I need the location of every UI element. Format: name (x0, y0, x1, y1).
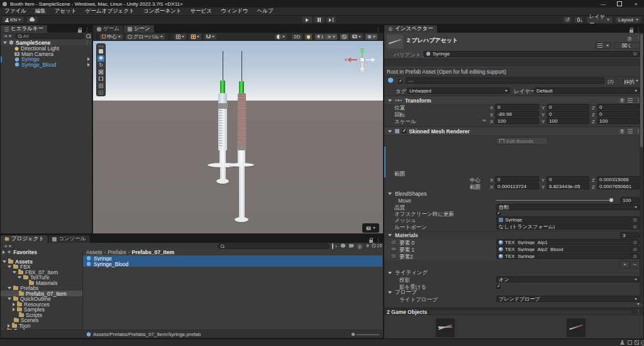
scale-y-field[interactable]: 100 (547, 118, 589, 124)
prefab-open-arrow-icon[interactable] (87, 63, 90, 67)
tab-hierarchy[interactable]: ヒエラルキー (1, 25, 47, 33)
drag-handle-icon[interactable] (392, 241, 396, 243)
smr-enabled-checkbox[interactable] (402, 129, 406, 133)
2d-toggle[interactable]: 2D (291, 33, 303, 40)
help-button[interactable]: ? (627, 35, 632, 42)
move-value-field[interactable]: 100 (620, 197, 640, 203)
inspector-scrollbar[interactable] (640, 33, 643, 303)
position-x-field[interactable]: 0 (495, 104, 539, 110)
play-button[interactable] (302, 16, 313, 23)
material-field[interactable]: TEX_Syringe_Alp2_Blood⊙ (496, 246, 640, 252)
cast-shadows-dropdown[interactable]: オン (496, 276, 640, 282)
foldout-open-icon[interactable] (388, 130, 392, 133)
menu-assets[interactable]: アセット (50, 8, 81, 15)
scale-tool-button[interactable] (97, 69, 104, 75)
bake-status-icon[interactable] (620, 340, 625, 345)
position-z-field[interactable]: 0 (597, 104, 640, 110)
drag-divider[interactable] (431, 311, 632, 313)
hidden-count-button[interactable]: 15 (372, 243, 382, 248)
breadcrumb-prefabs[interactable]: Prefabs (108, 249, 126, 255)
rect-tool-button[interactable] (97, 75, 104, 82)
rotation-y-field[interactable]: 0 (547, 111, 589, 117)
object-picker-icon[interactable]: ⊙ (633, 254, 637, 259)
material-field[interactable]: TEX_Syringe⊙ (496, 253, 640, 259)
remove-material-button[interactable]: − (630, 261, 640, 268)
edit-bounds-button[interactable]: Edit Bounds (496, 137, 548, 145)
breadcrumb-assets[interactable]: Assets (86, 249, 103, 255)
prefab-open-arrow-icon[interactable] (87, 57, 90, 61)
audio-toggle[interactable] (314, 33, 325, 40)
move-tool-button[interactable]: ✥ (97, 55, 104, 62)
foldout-open-icon[interactable] (388, 99, 392, 102)
object-picker-icon[interactable]: ⊙ (633, 51, 637, 57)
object-picker-icon[interactable]: ⊙ (633, 217, 637, 223)
lighting-foldout[interactable]: ライティング (384, 270, 643, 276)
object-picker-icon[interactable]: ⊙ (633, 240, 637, 245)
light-probes-dropdown[interactable]: ブレンドプローブ (496, 296, 640, 302)
lock-icon[interactable] (630, 30, 633, 33)
preview-thumb-syringe-blood[interactable] (567, 318, 586, 337)
overlay-handle[interactable] (98, 45, 104, 47)
mesh-field[interactable]: Syringe⊙ (496, 216, 640, 223)
select-dropdown-button[interactable] (595, 42, 611, 49)
import-status-icon[interactable] (635, 340, 639, 345)
tag-dropdown[interactable]: Untagged (407, 87, 510, 94)
orientation-gizmo[interactable]: y x (345, 46, 379, 77)
create-asset-button[interactable]: + (2, 243, 14, 249)
tab-project[interactable]: プロジェクト (1, 235, 48, 243)
favorites-star-icon[interactable]: ★ (365, 243, 370, 248)
maximize-button[interactable] (611, 0, 628, 8)
tab-scene[interactable]: シーン (124, 25, 154, 33)
info-icon[interactable]: i (357, 243, 362, 250)
smr-header[interactable]: Skinned Mesh Renderer ?⋮ (384, 126, 643, 136)
menu-gameobject[interactable]: ゲームオブジェクト (81, 8, 139, 15)
position-y-field[interactable]: 0 (547, 104, 589, 110)
center-y-field[interactable]: 0 (547, 176, 589, 182)
static-dropdown-icon[interactable] (636, 80, 638, 82)
scene-row[interactable]: SampleScene ⋮ (1, 40, 92, 45)
help-icon[interactable]: ? (619, 129, 625, 134)
variant-parent-field[interactable]: Syringe⊙ (423, 51, 640, 57)
menu-help[interactable]: ヘルプ (253, 8, 278, 15)
extent-x-field[interactable]: 0.000113724 (495, 183, 539, 189)
gameobject-name-field[interactable]: — (406, 77, 604, 84)
custom-tool-button[interactable] (97, 89, 104, 96)
center-x-field[interactable]: 0 (495, 176, 539, 182)
file-row-syringe-blood[interactable]: Syringe_Blood (83, 261, 382, 267)
view-tool-button[interactable] (97, 48, 104, 55)
hierarchy-search-input[interactable]: All (15, 33, 85, 39)
close-button[interactable]: × (628, 0, 644, 8)
blendshapes-foldout[interactable]: BlendShapes (384, 191, 643, 197)
hierarchy-item-syringe-blood[interactable]: Syringe_Blood (1, 62, 92, 67)
menu-services[interactable]: サービス (186, 8, 216, 15)
move-slider-track[interactable] (496, 200, 613, 201)
scroll-down-icon[interactable] (637, 303, 640, 305)
drag-handle-icon[interactable] (392, 255, 396, 257)
gizmo-center-cube[interactable] (360, 57, 365, 62)
lock-icon[interactable] (78, 30, 82, 33)
menu-component[interactable]: コンポーネント (139, 8, 186, 15)
preview-thumb-syringe[interactable] (436, 318, 455, 337)
gizmos-dropdown[interactable]: ⊕ (365, 33, 378, 40)
extent-y-field[interactable]: 6.823443e-05 (547, 183, 589, 189)
camera-settings-dropdown[interactable] (350, 33, 364, 40)
extent-z-field[interactable]: 0.0007650661 (597, 183, 640, 189)
transform-tool-button[interactable] (97, 82, 104, 89)
help-icon[interactable]: ? (619, 98, 625, 103)
layer-dropdown[interactable]: Default (534, 87, 640, 94)
minimize-button[interactable]: — (595, 0, 611, 8)
global-search-button[interactable] (574, 16, 583, 23)
preview-menu-icon[interactable]: ⋮ (636, 310, 641, 315)
scene-menu-icon[interactable]: ⋮ (84, 40, 89, 45)
breadcrumb-current[interactable]: Prefabs_07_Item (132, 249, 175, 255)
object-picker-icon[interactable]: ⊙ (633, 224, 637, 230)
cache-status-icon[interactable] (628, 340, 632, 345)
increment-snap-dropdown[interactable] (189, 33, 202, 40)
render-mode-dropdown[interactable] (274, 33, 287, 40)
link-scale-icon[interactable]: ∞ (482, 118, 486, 123)
layers-dropdown[interactable]: レイヤー (586, 16, 613, 23)
active-checkbox[interactable] (398, 79, 402, 84)
panel-menu-icon[interactable]: ⋮ (373, 28, 383, 33)
effects-dropdown[interactable]: ★ (325, 33, 338, 40)
step-button[interactable] (326, 16, 336, 23)
